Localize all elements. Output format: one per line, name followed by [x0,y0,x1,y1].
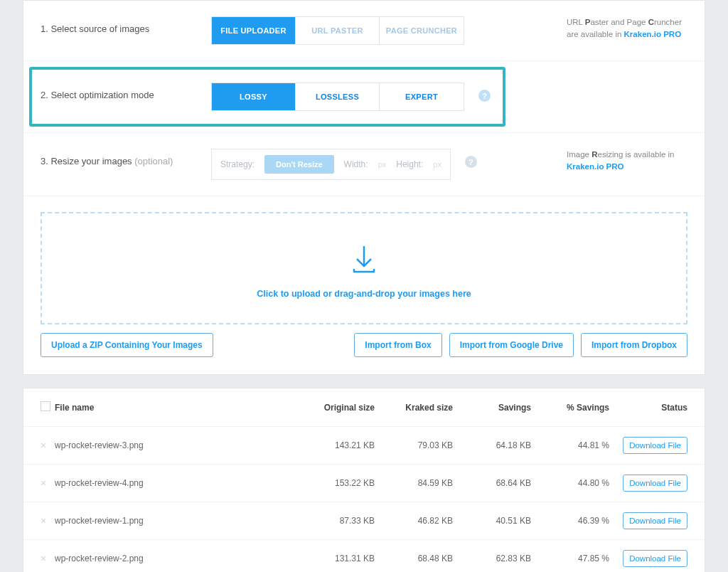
cell-savings: 64.18 KB [453,440,531,450]
cell-savings: 62.83 KB [453,554,531,563]
step-mode: 2. Select optimization mode LOSSY LOSSLE… [23,61,705,133]
col-savings: Savings [453,403,531,413]
mode-tabs: LOSSY LOSSLESS EXPERT [211,83,464,111]
remove-icon[interactable]: × [41,553,50,564]
cell-pct: 44.81 % [531,440,609,450]
cell-kraked: 79.03 KB [375,440,453,450]
cell-original: 131.31 KB [296,554,375,563]
table-row: ×wp-rocket-review-4.png153.22 KB84.59 KB… [23,465,705,502]
source-tabs: FILE UPLOADER URL PASTER PAGE CRUNCHER [211,16,464,45]
cell-kraked: 68.48 KB [375,554,453,563]
tab-expert[interactable]: EXPERT [380,83,464,110]
col-kraked: Kraked size [375,403,453,413]
import-gdrive-button[interactable]: Import from Google Drive [449,333,574,357]
table-row: ×wp-rocket-review-3.png143.21 KB79.03 KB… [23,427,705,465]
import-box-button[interactable]: Import from Box [354,333,441,357]
step-source: 1. Select source of images FILE UPLOADER… [23,1,705,61]
upload-zip-button[interactable]: Upload a ZIP Containing Your Images [41,333,213,357]
pro-note-source: URL Paster and Page Cruncher are availab… [567,16,687,41]
import-row: Upload a ZIP Containing Your Images Impo… [23,333,705,374]
cell-pct: 46.39 % [531,516,609,526]
tab-page-cruncher[interactable]: PAGE CRUNCHER [380,17,464,44]
height-label: Height: [396,159,423,169]
col-pct: % Savings [531,403,609,413]
cell-pct: 44.80 % [531,478,609,488]
table-row: ×wp-rocket-review-2.png131.31 KB68.48 KB… [23,540,705,572]
col-original: Original size [296,403,375,413]
tab-url-paster[interactable]: URL PASTER [296,17,380,44]
remove-icon[interactable]: × [41,477,50,489]
step-resize: 3. Resize your images (optional) Strateg… [23,133,705,196]
cell-kraked: 84.59 KB [375,478,453,488]
tab-file-uploader[interactable]: FILE UPLOADER [212,17,296,44]
step2-label: 2. Select optimization mode [41,83,211,100]
help-icon[interactable]: ? [478,90,491,102]
tab-lossless[interactable]: LOSSLESS [296,83,380,110]
height-unit: px [433,160,441,169]
strategy-label: Strategy: [220,159,255,169]
cell-filename: wp-rocket-review-2.png [55,554,296,563]
cell-kraked: 46.82 KB [375,516,453,526]
pro-note-resize: Image Resizing is available inKraken.io … [567,149,687,174]
step3-label: 3. Resize your images (optional) [41,149,211,166]
cell-savings: 68.64 KB [453,478,531,488]
download-file-button[interactable]: Download File [623,475,687,492]
download-file-button[interactable]: Download File [623,437,687,454]
width-unit: px [378,160,387,169]
cell-filename: wp-rocket-review-3.png [55,440,296,450]
pro-link[interactable]: Kraken.io PRO [567,162,624,171]
cell-filename: wp-rocket-review-4.png [55,478,296,488]
tab-lossy[interactable]: LOSSY [212,83,296,110]
table-header: File name Original size Kraked size Savi… [23,388,705,427]
pro-link[interactable]: Kraken.io PRO [624,30,682,38]
import-dropbox-button[interactable]: Import from Dropbox [581,333,687,357]
col-status: Status [609,403,687,413]
remove-icon[interactable]: × [41,440,50,451]
step1-label: 1. Select source of images [41,16,211,34]
strategy-select[interactable]: Don't Resize [264,155,334,174]
cell-original: 143.21 KB [296,440,375,450]
download-file-button[interactable]: Download File [623,550,687,567]
col-filename: File name [55,403,296,413]
remove-icon[interactable]: × [41,515,50,526]
dropzone-text: Click to upload or drag-and-drop your im… [42,289,686,299]
download-file-button[interactable]: Download File [623,512,687,529]
table-row: ×wp-rocket-review-1.png87.33 KB46.82 KB4… [23,502,705,540]
dropzone[interactable]: Click to upload or drag-and-drop your im… [41,212,687,324]
download-arrow-icon [347,242,381,276]
select-all-checkbox[interactable] [41,401,50,413]
width-label: Width: [344,159,368,169]
cell-pct: 47.85 % [531,554,609,563]
cell-savings: 40.51 KB [453,516,531,526]
cell-filename: wp-rocket-review-1.png [55,516,296,526]
resize-controls: Strategy: Don't Resize Width: px Height:… [211,149,451,180]
cell-original: 153.22 KB [296,478,375,488]
cell-original: 87.33 KB [296,516,375,526]
help-icon[interactable]: ? [465,156,477,168]
